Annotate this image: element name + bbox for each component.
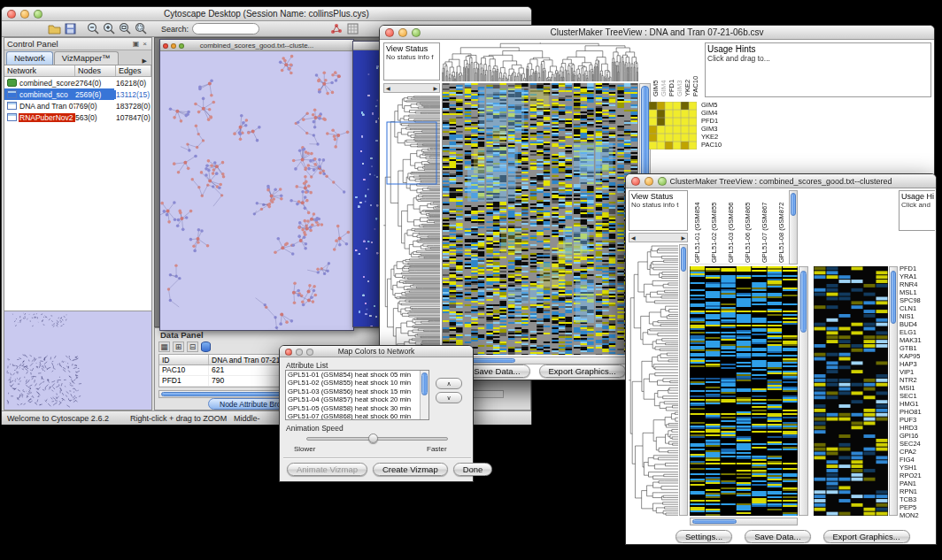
scroll-right-icon[interactable]: ▶: [681, 234, 685, 241]
treeview-button[interactable]: Save Data...: [745, 530, 810, 543]
gene-label[interactable]: PHO81: [900, 408, 935, 416]
navigator-scrollbar[interactable]: ◀ ▶: [383, 83, 440, 93]
column-dendrogram[interactable]: [442, 42, 638, 81]
zoom-button[interactable]: [34, 10, 42, 19]
gene-label[interactable]: MSI1: [900, 384, 935, 392]
gene-label[interactable]: TCB3: [900, 495, 935, 503]
speed-slider-thumb[interactable]: [368, 433, 378, 443]
gene-label[interactable]: FIG4: [900, 456, 935, 464]
row-dendrogram[interactable]: [383, 96, 440, 355]
cytoscape-titlebar[interactable]: Cytoscape Desktop (Session Name: collins…: [2, 7, 531, 21]
gene-label[interactable]: ELG1: [900, 328, 935, 336]
attribute-item[interactable]: GPL51-01 (GSM854) heat shock 05 min: [286, 371, 429, 379]
attribute-item[interactable]: GPL51-02 (GSM855) heat shock 10 min: [286, 379, 429, 387]
network-row[interactable]: combined_scores2764(0)16218(0): [4, 77, 151, 88]
close-panel-icon[interactable]: ×: [141, 40, 149, 48]
gene-label[interactable]: HAP3: [900, 360, 935, 368]
close-button[interactable]: [385, 28, 394, 37]
close-button[interactable]: [285, 349, 292, 356]
save-session-icon[interactable]: [62, 22, 78, 36]
zoom-in-icon[interactable]: [101, 22, 117, 36]
gene-label[interactable]: NTR2: [900, 376, 935, 384]
scroll-left-icon[interactable]: ◀: [386, 85, 390, 91]
zoom-button[interactable]: [306, 349, 313, 356]
network-row[interactable]: combined_sco2569(6)13112(15): [4, 88, 151, 100]
minimize-button[interactable]: [20, 10, 29, 19]
gene-label[interactable]: MON2: [900, 511, 935, 519]
zoom-button[interactable]: [412, 28, 421, 37]
dialog-button[interactable]: Create Vizmap: [373, 463, 448, 476]
select-attributes-icon[interactable]: ▦: [158, 341, 170, 352]
zoom-button[interactable]: [658, 177, 667, 186]
create-attribute-icon[interactable]: ⊞: [173, 341, 184, 352]
network-row[interactable]: RNAPuberNov2563(0)107847(0): [4, 111, 151, 123]
header-vscrollbar[interactable]: [789, 190, 798, 265]
gene-label[interactable]: SPC98: [900, 296, 935, 304]
minimize-button[interactable]: [296, 349, 303, 356]
attribute-database-icon[interactable]: [201, 341, 211, 352]
attribute-item[interactable]: GPL51-05 (GSM858) heat shock 30 min: [286, 404, 429, 412]
close-button[interactable]: [7, 10, 16, 19]
gene-label[interactable]: GTB1: [900, 344, 935, 352]
tab-overflow-icon[interactable]: ▶: [140, 58, 150, 65]
gene-label[interactable]: SEC1: [900, 392, 935, 400]
correlation-matrix[interactable]: [649, 102, 697, 150]
gene-label[interactable]: MAK31: [900, 336, 935, 344]
gene-label[interactable]: YRA1: [900, 272, 935, 280]
network-view-2-titlebar[interactable]: [353, 42, 381, 50]
col-header-network[interactable]: Network: [4, 65, 75, 76]
column-label[interactable]: GPL51-02 (GSM855: [710, 190, 726, 263]
gene-label[interactable]: MSL1: [900, 288, 935, 296]
close-button[interactable]: [163, 43, 168, 49]
gene-label[interactable]: RPN1: [900, 487, 935, 495]
column-label[interactable]: GPL51-06 (GSM865: [744, 190, 760, 263]
minimize-button[interactable]: [171, 43, 176, 49]
tab-network[interactable]: Network: [6, 51, 53, 65]
zoom-out-icon[interactable]: [85, 22, 101, 36]
attribute-heatmap[interactable]: [814, 266, 888, 516]
attribute-item[interactable]: GPL51-07 (GSM868) heat shock 60 min: [286, 412, 429, 420]
dialog-button[interactable]: Done: [453, 463, 493, 476]
attribute-list-scrollbar[interactable]: [420, 371, 429, 419]
treeview2-titlebar[interactable]: ClusterMaker TreeView : combined_scores_…: [626, 174, 936, 188]
col-header-id[interactable]: ID: [159, 355, 209, 364]
heatmap[interactable]: [690, 266, 798, 516]
col-header-edges[interactable]: Edges: [116, 65, 151, 76]
gene-label[interactable]: PUF3: [900, 416, 935, 424]
treeview-button[interactable]: Save Data...: [464, 364, 529, 378]
grid-view-icon[interactable]: [344, 22, 360, 36]
tab-vizmapper[interactable]: VizMapper™: [54, 51, 119, 65]
move-up-button[interactable]: ∧: [436, 378, 462, 389]
gene-label[interactable]: VIP1: [900, 368, 935, 376]
dendrogram-vscrollbar[interactable]: [679, 244, 688, 516]
gene-label[interactable]: HRD3: [900, 424, 935, 432]
move-down-button[interactable]: ∨: [436, 392, 462, 403]
row-dendrogram[interactable]: [629, 244, 678, 516]
gene-label[interactable]: CPA2: [900, 448, 935, 456]
gene-label[interactable]: YSH1: [900, 464, 935, 472]
heatmap[interactable]: [442, 83, 638, 355]
heatmap-vscrollbar[interactable]: [799, 266, 808, 516]
gene-label[interactable]: NIS1: [900, 312, 935, 320]
float-panel-icon[interactable]: ▣: [131, 40, 142, 48]
zoom-selected-icon[interactable]: [117, 22, 133, 36]
zoom-fit-icon[interactable]: [133, 22, 149, 36]
gene-label[interactable]: HMG1: [900, 400, 935, 408]
attribute-vscrollbar[interactable]: [889, 266, 898, 516]
open-session-icon[interactable]: [46, 22, 62, 36]
gene-label[interactable]: PFD1: [900, 265, 935, 272]
column-label[interactable]: GPL51-07 (GSM867: [761, 190, 776, 263]
minimize-button[interactable]: [398, 28, 407, 37]
gene-label[interactable]: RPO21: [900, 472, 935, 479]
network-row[interactable]: DNA and Tran 07769(0)183728(0): [4, 100, 151, 111]
treeview-button[interactable]: Export Graphics...: [539, 364, 626, 378]
col-header-nodes[interactable]: Nodes: [75, 65, 116, 76]
attribute-item[interactable]: GPL51-03 (GSM856) heat shock 15 min: [286, 387, 429, 395]
gene-label[interactable]: GPI16: [900, 432, 935, 440]
network-view-titlebar[interactable]: combined_scores_good.txt--cluste...: [160, 40, 353, 51]
dialog-titlebar[interactable]: Map Colors to Network: [280, 346, 473, 357]
column-label[interactable]: GPL51-03 (GSM856: [727, 190, 743, 263]
treeview-button[interactable]: Export Graphics...: [823, 530, 910, 543]
scroll-right-icon[interactable]: ▶: [433, 85, 437, 91]
gene-label[interactable]: PAN1: [900, 479, 935, 487]
